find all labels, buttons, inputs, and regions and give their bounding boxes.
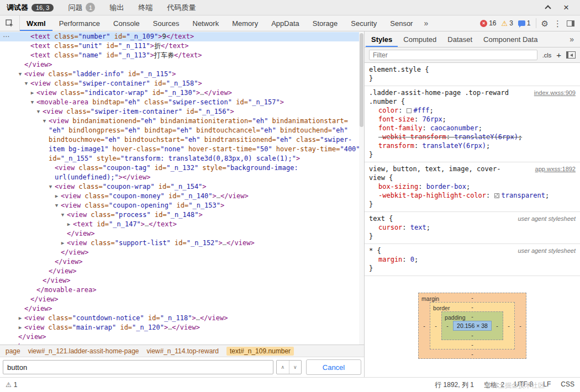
css-property[interactable]: -webkit-transform: translateY(6rpx); [369, 133, 576, 141]
devtools-tab-wxml[interactable]: Wxml [20, 15, 52, 31]
devtools-tab-memory[interactable]: Memory [225, 15, 265, 31]
window-tab-3[interactable]: 输出 [109, 3, 124, 13]
search-prev-button[interactable]: ∧ [277, 361, 289, 374]
styles-tab-component-data[interactable]: Component Data [478, 31, 543, 47]
cursor-position[interactable]: 行 1892, 列 1 [435, 380, 474, 390]
margin-left-value[interactable]: - [419, 321, 430, 330]
collapse-arrow-icon[interactable]: ▼ [48, 182, 54, 192]
css-property[interactable]: cursor: text; [369, 223, 576, 232]
tree-node-line[interactable]: </view> [0, 304, 364, 314]
problems-indicator[interactable]: ⚠ 1 [6, 381, 17, 389]
tree-node-line[interactable]: ▶<view class="coupon-money" id="_n_140">… [0, 192, 364, 201]
breadcrumb-item[interactable]: page [6, 347, 20, 356]
tree-node-line[interactable]: </view> [0, 295, 364, 304]
rule-selector[interactable]: element.style { [369, 65, 576, 74]
box-model-padding[interactable]: padding - - 20.156 × 38 - - [441, 311, 503, 340]
tree-scrollbar[interactable] [359, 31, 364, 345]
collapse-window-button[interactable] [546, 3, 550, 13]
toggle-class-button[interactable]: .cls [542, 52, 552, 59]
collapse-arrow-icon[interactable]: ▼ [17, 70, 23, 79]
window-tab-5[interactable]: 代码质量 [167, 3, 196, 13]
cancel-button[interactable]: Cancel [306, 359, 361, 375]
collapse-arrow-icon[interactable]: ▼ [29, 98, 35, 107]
tree-node-line[interactable]: id="_n_155" style="transform: translate3… [0, 154, 364, 163]
tree-node-line[interactable]: </view> [0, 267, 364, 276]
margin-top-value[interactable]: - [471, 293, 473, 302]
tree-node-line[interactable]: </view> [0, 332, 364, 342]
css-property[interactable]: transform: translateY(6rpx); [369, 141, 576, 150]
css-property[interactable]: margin: 0; [369, 255, 576, 264]
devtools-tab-performance[interactable]: Performance [52, 15, 107, 31]
collapse-arrow-icon[interactable]: ▼ [60, 210, 66, 220]
window-tab-4[interactable]: 终端 [138, 3, 152, 13]
color-swatch[interactable] [407, 108, 412, 113]
dock-side-icon[interactable] [567, 20, 574, 27]
margin-bottom-value[interactable]: - [471, 349, 473, 358]
border-bottom-value[interactable]: - [471, 340, 473, 349]
devtools-tab-network[interactable]: Network [186, 15, 226, 31]
tree-node-line[interactable]: </movable-area> [0, 285, 364, 295]
rule-selector[interactable]: view { [369, 173, 576, 182]
scrollbar-thumb[interactable] [360, 33, 363, 127]
console-error-indicator[interactable]: × 16 [480, 19, 496, 27]
expand-arrow-icon[interactable]: ▶ [54, 192, 60, 201]
search-input[interactable] [3, 360, 273, 374]
border-top-value[interactable]: - [471, 303, 473, 311]
tree-node-line[interactable]: </view> [0, 229, 364, 239]
tree-node-line[interactable]: item bg-image1" hover-class="none" hover… [0, 145, 364, 154]
collapse-arrow-icon[interactable]: ▼ [35, 107, 41, 116]
console-message-indicator[interactable]: 1 [518, 19, 531, 27]
tree-node-line[interactable]: ▼<view class="swiper-container" id="_n_1… [0, 79, 364, 88]
encoding-setting[interactable]: UTF-8 [514, 380, 533, 390]
box-model-border[interactable]: border - - padding - [430, 302, 515, 349]
devtools-tab-console[interactable]: Console [107, 15, 146, 31]
tree-node-line[interactable]: </view> [0, 60, 364, 70]
breadcrumb-item[interactable]: text#_n_109.number [226, 347, 294, 356]
collapse-arrow-icon[interactable]: ▼ [23, 79, 29, 88]
indentation-setting[interactable]: 空格: 2 [484, 380, 504, 390]
border-left-value[interactable]: - [430, 321, 441, 330]
box-model-margin[interactable]: margin - - border - - [418, 293, 526, 359]
tree-node-line[interactable]: <text class="number" id="_n_109">9</text… [0, 32, 364, 41]
tree-node-line[interactable]: ▶<text id="_n_147">…</text> [0, 220, 364, 229]
tree-node-line[interactable]: ▼<view class="process" id="_n_148"> [0, 210, 364, 220]
border-right-value[interactable]: - [503, 321, 514, 330]
tree-node-line[interactable]: <text class="name" id="_n_113">打车券</text… [0, 51, 364, 60]
expand-arrow-icon[interactable]: ▶ [60, 239, 66, 248]
tree-node-line[interactable]: <view class="coupon-tag" id="_n_132" sty… [0, 163, 364, 173]
window-tab-2[interactable]: 问题1 [68, 3, 95, 13]
css-property[interactable]: box-sizing: border-box; [369, 182, 576, 191]
padding-left-value[interactable]: - [442, 321, 453, 330]
language-mode[interactable]: CSS [561, 380, 574, 390]
stylesheet-source-link[interactable]: index.wxss:909 [534, 88, 576, 97]
tree-node-line[interactable]: ▶<view class="main-wrap" id="_n_120">…</… [0, 323, 364, 332]
tree-node-line[interactable]: </view> [0, 257, 364, 267]
styles-tab-dataset[interactable]: Dataset [442, 31, 478, 47]
devtools-tab-appdata[interactable]: AppData [265, 15, 306, 31]
more-options-icon[interactable]: ⋮ [553, 19, 562, 28]
tree-node-line[interactable]: "eh" bindlongpress="eh" bindtap="eh" bin… [0, 126, 364, 135]
devtools-tab-security[interactable]: Security [344, 15, 383, 31]
tree-node-line[interactable]: ▶<view class="support-list" id="_n_152">… [0, 239, 364, 248]
css-property[interactable]: font-size: 76rpx; [369, 115, 576, 124]
eol-setting[interactable]: LF [543, 380, 551, 390]
tree-node-line[interactable]: ▼<view class="ladder-info" id="_n_115"> [0, 70, 364, 79]
color-swatch[interactable] [494, 193, 499, 198]
devtools-tab-sensor[interactable]: Sensor [383, 15, 419, 31]
tree-node-line[interactable]: ▶<view class="indicator-wrap" id="_n_130… [0, 88, 364, 98]
breadcrumb-item[interactable]: view#_n_121.ladder-assit-home-page [28, 347, 139, 356]
styles-tab-computed[interactable]: Computed [398, 31, 442, 47]
more-style-tabs-button[interactable]: » [565, 35, 579, 44]
tree-node-line[interactable]: url(undefined);"></view> [0, 173, 364, 182]
console-warning-indicator[interactable]: ⚠ 3 [502, 19, 513, 27]
collapse-arrow-icon[interactable]: ▼ [41, 116, 48, 126]
breadcrumb-item[interactable]: view#_n_114.top-reward [147, 347, 219, 356]
devtools-tab-storage[interactable]: Storage [306, 15, 345, 31]
styles-filter-input[interactable] [369, 50, 537, 60]
padding-bottom-value[interactable]: - [471, 331, 473, 340]
tree-node-line[interactable]: </page> [0, 342, 364, 345]
tree-node-line[interactable]: ▼<movable-area bindtap="eh" class="swipe… [0, 98, 364, 107]
expand-arrow-icon[interactable]: ▶ [17, 323, 23, 332]
new-rule-button[interactable]: + [556, 51, 561, 59]
expand-arrow-icon[interactable]: ▶ [66, 220, 72, 229]
